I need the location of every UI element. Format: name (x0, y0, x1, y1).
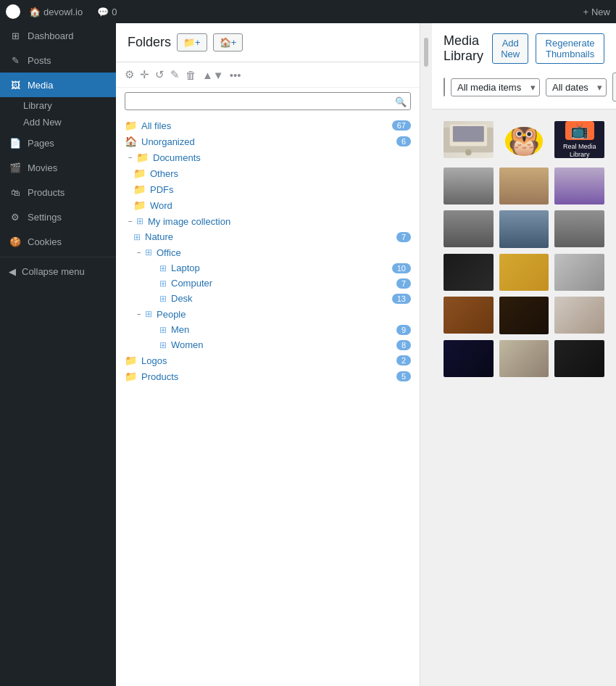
tree-documents[interactable]: − 📁 Documents (116, 149, 420, 165)
media-header: Media Library Add New Regenerate Thumbna… (432, 23, 616, 109)
movies-icon: 🎬 (9, 161, 22, 174)
documents-toggle[interactable]: − (125, 152, 136, 163)
filter-items-select[interactable]: All media items (451, 78, 540, 96)
folder-search-input[interactable] (125, 92, 411, 110)
media-thumb[interactable]: 📺 Real Media Library (554, 121, 604, 158)
office-icon: ⊞ (145, 247, 152, 257)
filter-dates-select[interactable]: All dates (546, 78, 607, 96)
tree-word[interactable]: 📁 Word (116, 197, 420, 213)
tree-others[interactable]: 📁 Others (116, 165, 420, 181)
media-thumb[interactable] (444, 254, 494, 291)
products-folder-icon: 📁 (125, 371, 137, 382)
topbar-new[interactable]: + New (583, 7, 610, 17)
view-toggle: ≡ ⊞ (444, 78, 445, 96)
add-new-button[interactable]: Add New (492, 33, 528, 64)
media-thumb[interactable] (554, 168, 604, 204)
sort-icon[interactable]: ▲▼ (202, 69, 224, 81)
sidebar-item-movies[interactable]: 🎬 Movies (0, 155, 116, 180)
tree-office[interactable]: − ⊞ Office (116, 244, 420, 260)
media-thumb[interactable] (499, 254, 549, 292)
delete-icon[interactable]: 🗑 (186, 69, 196, 81)
media-thumb[interactable] (444, 168, 494, 204)
men-icon: ⊞ (159, 325, 167, 335)
site-name[interactable]: 🏠 devowl.io (29, 7, 83, 17)
sidebar-sub-library[interactable]: Library (0, 97, 116, 114)
settings-icon: ⚙ (9, 210, 22, 223)
tree-men[interactable]: ⊞ Men 9 (116, 322, 420, 337)
people-toggle[interactable]: − (133, 308, 145, 320)
move-icon[interactable]: ✛ (140, 68, 149, 81)
folders-toolbar: ⚙ ✛ ↺ ✎ 🗑 ▲▼ ••• (116, 62, 420, 88)
list-view-button[interactable]: ≡ (444, 78, 445, 96)
wp-logo[interactable]: W (6, 4, 20, 19)
media-thumb[interactable] (444, 121, 494, 158)
logos-folder-icon: 📁 (125, 355, 137, 366)
import-folder-button[interactable]: 🏠+ (213, 33, 244, 51)
media-thumb[interactable] (444, 210, 494, 247)
sidebar-item-posts[interactable]: ✎ Posts (0, 48, 116, 73)
bulk-select-button[interactable]: Bulk sele (612, 73, 616, 102)
folders-title: Folders (128, 35, 171, 50)
search-icon: 🔍 (395, 96, 407, 107)
tree-nature[interactable]: ⊞ Nature 7 (116, 229, 420, 244)
media-thumb[interactable] (554, 210, 604, 247)
tree-computer[interactable]: ⊞ Computer 7 (116, 276, 420, 291)
svg-text:W: W (10, 9, 16, 16)
sidebar: ⊞ Dashboard ✎ Posts 🖼 Media Library Add … (0, 23, 116, 686)
regenerate-thumbnails-button[interactable]: Regenerate Thumbnails (536, 33, 604, 64)
tree-pdfs[interactable]: 📁 PDFs (116, 181, 420, 197)
nature-icon: ⊞ (133, 232, 141, 242)
gear-icon[interactable]: ⚙ (125, 68, 134, 81)
sidebar-item-pages[interactable]: 📄 Pages (0, 131, 116, 155)
comments-count[interactable]: 💬 0 (97, 7, 117, 17)
sidebar-item-settings[interactable]: ⚙ Settings (0, 204, 116, 229)
refresh-icon[interactable]: ↺ (155, 68, 165, 81)
posts-icon: ✎ (9, 54, 22, 67)
sidebar-item-cookies[interactable]: 🍪 Cookies (0, 229, 116, 254)
sidebar-item-dashboard[interactable]: ⊞ Dashboard (0, 23, 116, 48)
scroll-thumb[interactable] (424, 38, 428, 67)
media-thumb[interactable] (554, 254, 604, 291)
svg-point-5 (465, 149, 472, 156)
main-layout: ⊞ Dashboard ✎ Posts 🖼 Media Library Add … (0, 23, 616, 686)
tree-laptop[interactable]: ⊞ Laptop 10 (116, 260, 420, 276)
tree-products[interactable]: 📁 Products 5 (116, 368, 420, 384)
office-toggle[interactable]: − (133, 247, 145, 258)
media-grid: 🦉 📺 Real Media Library (432, 109, 616, 389)
tree-desk[interactable]: ⊞ Desk 13 (116, 291, 420, 306)
tree-unorganized[interactable]: 🏠 Unorganized 6 (116, 133, 420, 149)
tree-my-image-collection[interactable]: − ⊞ My image collection (116, 213, 420, 229)
tree-all-files[interactable]: 📁 All files 67 (116, 117, 420, 133)
folders-search-bar: 🔍 (116, 88, 420, 115)
sidebar-sub-add-new[interactable]: Add New (0, 114, 116, 131)
dashboard-icon: ⊞ (9, 29, 22, 42)
sidebar-item-products[interactable]: 🛍 Products (0, 180, 116, 204)
sidebar-item-media[interactable]: 🖼 Media (0, 73, 116, 97)
edit-icon[interactable]: ✎ (170, 68, 180, 81)
media-thumb[interactable] (444, 297, 494, 334)
unorganized-icon: 🏠 (125, 136, 137, 147)
collapse-menu-button[interactable]: ◀ Collapse menu (0, 260, 116, 283)
media-thumb[interactable] (499, 297, 549, 334)
search-wrap: 🔍 (125, 92, 411, 110)
image-collection-toggle[interactable]: − (125, 215, 136, 227)
media-thumb[interactable] (499, 168, 549, 205)
new-folder-button[interactable]: 📁+ (177, 33, 207, 51)
filter-items-wrap: All media items (451, 78, 540, 96)
folders-panel: Folders 📁+ 🏠+ ⚙ ✛ ↺ ✎ 🗑 ▲▼ ••• (116, 23, 420, 686)
media-toolbar: ≡ ⊞ All media items All dates Bulk sele (444, 73, 604, 109)
tree-people[interactable]: − ⊞ People (116, 306, 420, 322)
media-thumb[interactable] (554, 297, 604, 334)
media-header-top: Media Library Add New Regenerate Thumbna… (444, 33, 604, 64)
media-thumb[interactable] (444, 340, 494, 377)
people-icon: ⊞ (145, 309, 152, 319)
media-thumb[interactable] (499, 210, 549, 248)
women-icon: ⊞ (159, 340, 167, 350)
tree-women[interactable]: ⊞ Women 8 (116, 337, 420, 352)
media-thumb[interactable] (499, 340, 549, 378)
more-icon[interactable]: ••• (230, 69, 241, 81)
media-thumb[interactable]: 🦉 (505, 127, 544, 156)
cookies-icon: 🍪 (9, 235, 22, 248)
media-thumb[interactable] (554, 340, 604, 377)
tree-logos[interactable]: 📁 Logos 2 (116, 352, 420, 368)
